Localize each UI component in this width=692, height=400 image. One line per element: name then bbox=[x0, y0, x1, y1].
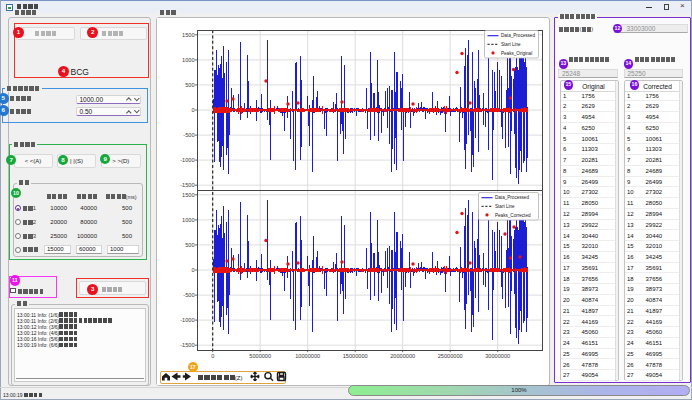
svg-text:-1000: -1000 bbox=[180, 317, 194, 323]
svg-text:1500: 1500 bbox=[182, 192, 194, 198]
svg-text:Start Line: Start Line bbox=[501, 42, 521, 47]
svg-text:Data_Processed: Data_Processed bbox=[501, 33, 535, 38]
svg-text:Peaks_Corrected: Peaks_Corrected bbox=[495, 213, 531, 218]
svg-text:Peaks_Original: Peaks_Original bbox=[501, 51, 532, 56]
svg-text:Data_Processed: Data_Processed bbox=[495, 195, 529, 200]
svg-text:30000000: 30000000 bbox=[485, 353, 510, 359]
svg-text:1500: 1500 bbox=[182, 32, 194, 38]
svg-text:Start Line: Start Line bbox=[495, 204, 515, 209]
svg-text:500: 500 bbox=[185, 242, 194, 248]
svg-text:1000: 1000 bbox=[182, 217, 194, 223]
svg-text:15000000: 15000000 bbox=[343, 353, 368, 359]
svg-text:0: 0 bbox=[191, 107, 194, 113]
svg-text:25000000: 25000000 bbox=[438, 353, 463, 359]
svg-text:10000000: 10000000 bbox=[295, 353, 320, 359]
svg-text:-1500: -1500 bbox=[180, 342, 194, 348]
svg-text:-500: -500 bbox=[183, 292, 194, 298]
svg-text:5000000: 5000000 bbox=[249, 353, 271, 359]
svg-text:0: 0 bbox=[211, 353, 214, 359]
svg-text:1000: 1000 bbox=[182, 57, 194, 63]
svg-text:-500: -500 bbox=[183, 132, 194, 138]
svg-text:500: 500 bbox=[185, 82, 194, 88]
svg-text:-1000: -1000 bbox=[180, 157, 194, 163]
svg-text:0: 0 bbox=[191, 267, 194, 273]
svg-text:20000000: 20000000 bbox=[390, 353, 415, 359]
svg-text:-1500: -1500 bbox=[180, 182, 194, 188]
